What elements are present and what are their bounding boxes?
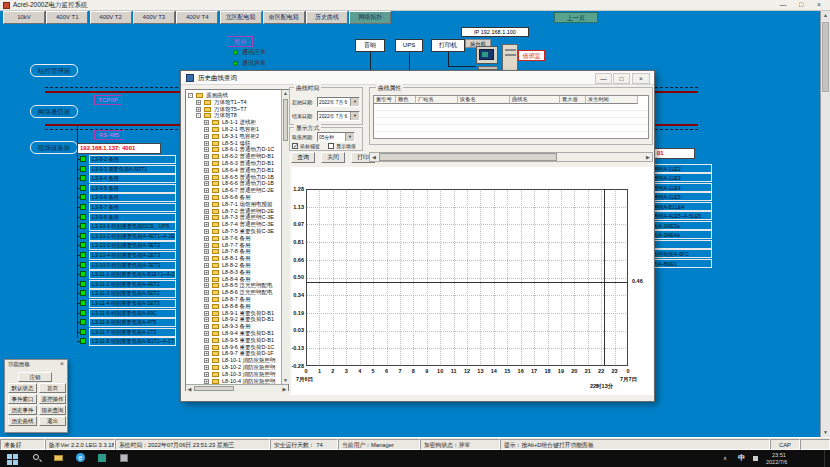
tree-item[interactable]: +L8-7-2 普通照明D-2E xyxy=(186,208,282,215)
tree-item[interactable]: +L8-10-2 消防应急照明 xyxy=(186,364,282,371)
tree-item[interactable]: +L8-6-5 普通动力D-1B xyxy=(186,174,282,181)
tab-南区配电箱[interactable]: 南区配电箱 xyxy=(263,11,305,24)
panel-button-历史事件[interactable]: 历史事件 xyxy=(8,405,37,415)
expand-icon[interactable]: + xyxy=(204,168,209,173)
tree-item[interactable]: +L8-8-7 备用 xyxy=(186,296,282,303)
panel-button-报表查询[interactable]: 报表查询 xyxy=(39,405,66,415)
expand-icon[interactable]: + xyxy=(204,372,209,377)
clock-time[interactable]: 23:51 xyxy=(772,452,786,458)
expand-icon[interactable]: + xyxy=(204,379,209,384)
expand-icon[interactable]: + xyxy=(204,324,209,329)
expand-icon[interactable]: + xyxy=(204,263,209,268)
panel-close-icon[interactable]: × xyxy=(60,360,64,367)
expand-icon[interactable]: + xyxy=(196,100,201,105)
device-item[interactable]: L3-9-2 备用 xyxy=(89,155,176,164)
prev-page-button[interactable]: 上一页 xyxy=(554,12,598,23)
device-item[interactable]: L3-11-2 特别重要负荷A-4ET2 xyxy=(89,280,176,289)
chevron-down-icon[interactable]: ▼ xyxy=(345,133,354,141)
expand-icon[interactable]: + xyxy=(204,338,209,343)
device-item[interactable]: L3-10-1 特别重要负荷DCS、UPS xyxy=(89,222,176,231)
tree-item[interactable]: +L8-9-5 重要负荷D-B1 xyxy=(186,337,282,344)
tree-item[interactable]: +L8-9-6 重要负荷D-1C xyxy=(186,344,282,351)
close-button[interactable]: 关闭 xyxy=(321,152,345,163)
column-header[interactable]: 设备名 xyxy=(458,96,510,104)
expand-icon[interactable]: + xyxy=(204,215,209,220)
device-item[interactable]: L3-11-1 特别重要负荷A-B1EY1~A-2EY1 xyxy=(89,270,176,279)
expand-icon[interactable]: + xyxy=(204,304,209,309)
dialog-title-bar[interactable]: 历史曲线查询 — □ × xyxy=(181,71,654,85)
tab-北区配电箱[interactable]: 北区配电箱 xyxy=(220,11,262,24)
tree-item[interactable]: +L8-9-4 重要负荷D-B1 xyxy=(186,330,282,337)
panel-button-首页[interactable]: 首页 xyxy=(39,383,66,393)
expand-icon[interactable]: + xyxy=(204,283,209,288)
expand-icon[interactable]: + xyxy=(204,249,209,254)
expand-icon[interactable]: + xyxy=(204,317,209,322)
show-extremes-checkbox[interactable] xyxy=(328,143,334,149)
tree-item[interactable]: -遥测曲线 xyxy=(186,92,282,99)
tray-icon[interactable] xyxy=(753,456,758,461)
scroll-up-icon[interactable]: ▲ xyxy=(282,90,289,96)
tree-item[interactable]: +L8-1-1 进线柜 xyxy=(186,119,282,126)
tree-vscrollbar[interactable]: ▲ ▼ xyxy=(281,90,289,384)
expand-icon[interactable]: + xyxy=(204,147,209,152)
tree-item[interactable]: +L8-6-4 普通动力D-B1 xyxy=(186,167,282,174)
tree-item[interactable]: +L8-7-7 备用 xyxy=(186,242,282,249)
maximize-icon[interactable]: □ xyxy=(793,1,809,10)
tree-item[interactable]: +L8-7-6 备用 xyxy=(186,235,282,242)
expand-icon[interactable]: + xyxy=(204,202,209,207)
tab-400V T2[interactable]: 400V T2 xyxy=(90,11,132,24)
expand-icon[interactable]: + xyxy=(204,236,209,241)
close-icon[interactable]: × xyxy=(811,1,827,10)
device-item[interactable]: L3-10-4 特别重要负荷A-2ET3 xyxy=(89,251,176,260)
panel-button-遥控操作[interactable]: 遥控操作 xyxy=(39,394,66,404)
device-item[interactable]: L3-10-5 特别重要负荷A-3ET3 xyxy=(89,261,176,270)
device-item[interactable]: L3-10-2 特别重要负荷A-4ET1~A-2ET1 xyxy=(89,232,176,241)
search-icon[interactable] xyxy=(30,452,43,464)
expand-icon[interactable]: + xyxy=(204,134,209,139)
tree-item[interactable]: +L8-6-1 普通动力D-1C xyxy=(186,146,282,153)
column-header[interactable]: 颜色 xyxy=(396,96,416,104)
app-icon[interactable] xyxy=(96,452,109,464)
expand-icon[interactable]: + xyxy=(204,358,209,363)
period-select[interactable]: 05分钟▼ xyxy=(317,132,355,142)
panel-button-退出[interactable]: 退出 xyxy=(39,416,66,426)
tree-item[interactable]: +L8-8-4 备用 xyxy=(186,276,282,283)
tree-item[interactable]: +L8-8-1 备用 xyxy=(186,255,282,262)
tree-item[interactable]: +L8-7-8 备用 xyxy=(186,248,282,255)
mouse-capture-checkbox[interactable]: ✓ xyxy=(292,143,298,149)
expand-icon[interactable]: + xyxy=(204,188,209,193)
column-header[interactable]: 发生时间 xyxy=(586,96,638,104)
tree-item[interactable]: +万体馆T1~T4 xyxy=(186,99,282,106)
expand-icon[interactable]: + xyxy=(204,297,209,302)
expand-icon[interactable]: + xyxy=(204,161,209,166)
device-item[interactable]: L3-9-4 备用 xyxy=(89,174,176,183)
expand-icon[interactable]: + xyxy=(204,351,209,356)
device-item[interactable]: L3-11-6 特别重要负荷A-4T5 xyxy=(89,318,176,327)
show-desktop-button[interactable] xyxy=(824,450,825,467)
input-method-indicator[interactable]: 中 xyxy=(738,453,745,463)
tree-item[interactable]: +L8-2-1 电容柜1 xyxy=(186,126,282,133)
tree-item[interactable]: +L8-6-3 普通动力D-B1 xyxy=(186,160,282,167)
chevron-down-icon[interactable]: ▼ xyxy=(350,98,359,106)
expand-icon[interactable]: + xyxy=(204,209,209,214)
dialog-minimize-icon[interactable]: — xyxy=(595,73,612,84)
expand-icon[interactable]: + xyxy=(204,229,209,234)
expand-icon[interactable]: + xyxy=(196,107,201,112)
end-date-select[interactable]: 2022年 7月 6▼ xyxy=(317,111,360,121)
expand-icon[interactable]: + xyxy=(204,331,209,336)
tab-10kV[interactable]: 10kV xyxy=(3,11,45,24)
browser-icon[interactable]: e xyxy=(74,452,87,464)
tree-item[interactable]: +L8-7-5 重要负荷C-3E xyxy=(186,228,282,235)
chevron-down-icon[interactable]: ▼ xyxy=(350,112,359,120)
device-item[interactable]: L3-11-5 特别重要负荷A-69C xyxy=(89,309,176,318)
start-date-select[interactable]: 2022年 7月 6▼ xyxy=(317,97,360,107)
device-item[interactable]: L3-9-3 重要负荷A-5DT1 xyxy=(89,165,176,174)
device-item[interactable]: L3-11-4 特别重要负荷A-5ET3 xyxy=(89,299,176,308)
expand-icon[interactable]: + xyxy=(204,222,209,227)
expand-icon[interactable]: + xyxy=(204,120,209,125)
tree-item[interactable]: +L8-9-3 备用 xyxy=(186,323,282,330)
minimize-icon[interactable]: — xyxy=(775,1,791,10)
panel-button-历史曲线[interactable]: 历史曲线 xyxy=(8,416,37,426)
tree-item[interactable]: +L8-7-4 普通照明C-3E xyxy=(186,221,282,228)
tree-hscrollbar[interactable]: ◀ ▶ xyxy=(186,384,288,392)
